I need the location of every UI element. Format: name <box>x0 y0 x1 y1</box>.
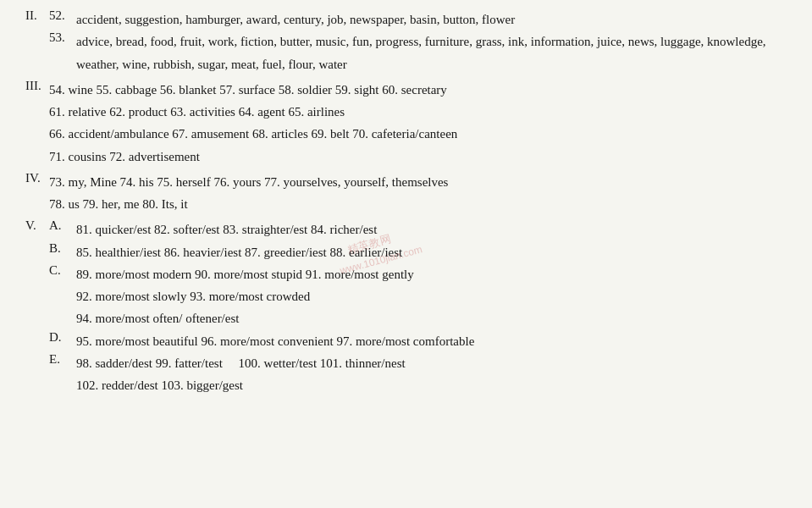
subsection-D-label: D. <box>49 330 76 352</box>
section-II-content: 52. accident, suggestion, hamburger, awa… <box>49 8 787 75</box>
subsection-E-content: 98. sadder/dest 99. fatter/test 100. wet… <box>76 352 787 397</box>
item-52-num: 52. <box>49 8 76 30</box>
C-line-1: 89. more/most modern 90. more/most stupi… <box>76 263 787 285</box>
subsection-A: A. 81. quicker/est 82. softer/est 83. st… <box>49 218 787 240</box>
item-53-num: 53. <box>49 30 76 75</box>
subsection-C-label: C. <box>49 263 76 330</box>
section-V: V. A. 81. quicker/est 82. softer/est 83.… <box>25 218 787 396</box>
section-III: III. 54. wine 55. cabbage 56. blanket 57… <box>25 79 787 168</box>
section-IV-content: 73. my, Mine 74. his 75. herself 76. you… <box>49 171 787 216</box>
item-52: 52. accident, suggestion, hamburger, awa… <box>49 8 787 30</box>
subsection-A-label: A. <box>49 218 76 240</box>
IV-line-2: 78. us 79. her, me 80. Its, it <box>49 193 787 215</box>
section-V-label: V. <box>25 218 49 396</box>
III-line-3: 66. accident/ambulance 67. amusement 68.… <box>49 123 787 145</box>
section-II: II. 52. accident, suggestion, hamburger,… <box>25 8 787 75</box>
III-line-2: 61. relative 62. product 63. activities … <box>49 101 787 123</box>
item-53: 53. advice, bread, food, fruit, work, fi… <box>49 30 787 75</box>
item-53-text: advice, bread, food, fruit, work, fictio… <box>76 30 787 75</box>
E-line-1: 98. sadder/dest 99. fatter/test 100. wet… <box>76 352 787 374</box>
subsection-C-content: 89. more/most modern 90. more/most stupi… <box>76 263 787 330</box>
section-V-content: A. 81. quicker/est 82. softer/est 83. st… <box>49 218 787 396</box>
subsection-A-text: 81. quicker/est 82. softer/est 83. strai… <box>76 218 787 240</box>
subsection-B: B. 85. healthier/iest 86. heavier/iest 8… <box>49 241 787 263</box>
subsection-D-text: 95. more/most beautiful 96. more/most co… <box>76 330 787 352</box>
section-IV: IV. 73. my, Mine 74. his 75. herself 76.… <box>25 171 787 216</box>
IV-line-1: 73. my, Mine 74. his 75. herself 76. you… <box>49 171 787 193</box>
E-line-2: 102. redder/dest 103. bigger/gest <box>76 374 787 396</box>
subsection-E: E. 98. sadder/dest 99. fatter/test 100. … <box>49 352 787 397</box>
subsection-E-label: E. <box>49 352 76 397</box>
section-III-content: 54. wine 55. cabbage 56. blanket 57. sur… <box>49 79 787 168</box>
III-line-1: 54. wine 55. cabbage 56. blanket 57. sur… <box>49 79 787 101</box>
subsection-C: C. 89. more/most modern 90. more/most st… <box>49 263 787 330</box>
item-52-text: accident, suggestion, hamburger, award, … <box>76 8 787 30</box>
section-IV-label: IV. <box>25 171 49 216</box>
content-area: II. 52. accident, suggestion, hamburger,… <box>25 8 787 396</box>
subsection-B-text: 85. healthier/iest 86. heavier/iest 87. … <box>76 241 787 263</box>
C-line-2: 92. more/most slowly 93. more/most crowd… <box>76 285 787 307</box>
section-III-label: III. <box>25 79 49 168</box>
subsection-D: D. 95. more/most beautiful 96. more/most… <box>49 330 787 352</box>
III-line-4: 71. cousins 72. advertisement <box>49 146 787 168</box>
section-II-label: II. <box>25 8 49 75</box>
C-line-3: 94. more/most often/ oftener/est <box>76 307 787 329</box>
subsection-B-label: B. <box>49 241 76 263</box>
